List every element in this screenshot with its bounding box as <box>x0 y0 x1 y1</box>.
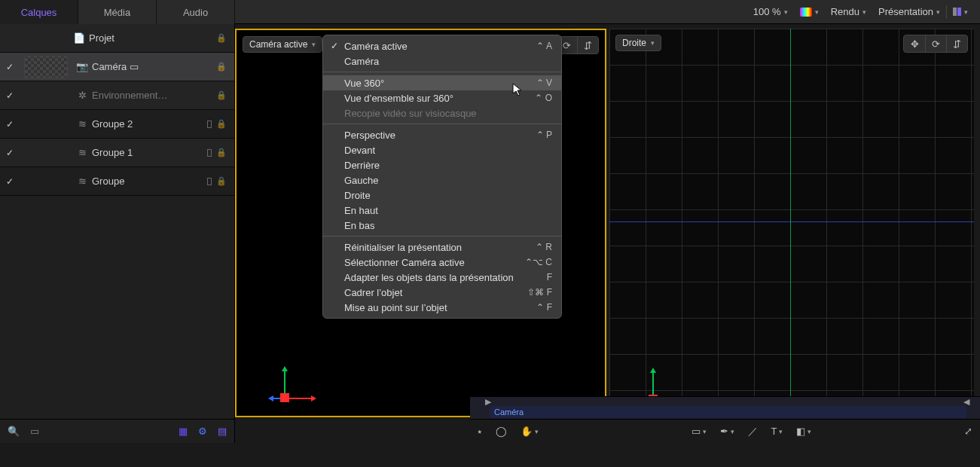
view-dropdown-label: Droite <box>622 38 646 48</box>
layer-label: Groupe 1 <box>89 147 201 158</box>
brush-tool-icon[interactable]: ／ <box>748 425 758 438</box>
orbit-tool-icon[interactable]: ⟳ <box>925 35 946 52</box>
camera-icon: 📷 <box>75 61 89 72</box>
lock-icon[interactable]: 🔒 <box>216 176 227 186</box>
hand-tool-icon[interactable]: ✋ ▾ <box>521 426 539 437</box>
visibility-checkbox[interactable]: ✓ <box>0 62 20 72</box>
visibility-checkbox[interactable]: ✓ <box>0 176 20 187</box>
timeline-start-handle[interactable]: ▶ <box>485 397 493 406</box>
axis-gizmo <box>265 363 304 402</box>
menu-item[interactable]: Vue 360°⌃ V <box>323 75 561 90</box>
gear-icon[interactable]: ⚙ <box>198 426 207 437</box>
menu-item[interactable]: Droite <box>323 188 561 203</box>
visibility-checkbox[interactable]: ✓ <box>0 119 20 130</box>
color-swatch-menu[interactable]: ▾ <box>794 0 825 24</box>
menu-item[interactable]: Vue d’ensemble sur 360°⌃ O <box>323 90 561 105</box>
presentation-menu[interactable]: Présentation ▾ <box>872 0 946 24</box>
fullscreen-icon[interactable]: ⤢ <box>964 426 972 437</box>
pen-tool-icon[interactable]: ✒ ▾ <box>720 426 734 437</box>
menu-item[interactable]: Adapter les objets dans la présentationF <box>323 270 561 285</box>
orbit-tool-icon[interactable]: ◯ <box>496 426 507 437</box>
menu-item[interactable]: Cadrer l’objet⇧⌘ F <box>323 285 561 300</box>
menu-item-label: Perspective <box>344 130 395 141</box>
viewport-right[interactable]: Droite ▾ ✥ ⟳ ⇵ <box>609 29 974 417</box>
text-tool-icon[interactable]: T ▾ <box>771 426 783 437</box>
menu-item-label: Vue d’ensemble sur 360° <box>344 93 453 104</box>
menu-item[interactable]: Mise au point sur l’objet⌃ F <box>323 300 561 315</box>
visibility-checkbox[interactable]: ✓ <box>0 90 20 101</box>
tab-calques[interactable]: Calques <box>0 0 78 24</box>
presentation-label: Présentation <box>878 6 933 17</box>
menu-item-label: Mise au point sur l’objet <box>344 302 447 313</box>
fit-icon[interactable]: ▭ <box>30 426 39 437</box>
menu-item-label: Adapter les objets dans la présentation <box>344 272 514 283</box>
timeline-clip[interactable]: Caméra <box>490 406 966 418</box>
layer-label: Projet <box>86 32 201 44</box>
dolly-tool-icon[interactable]: ⇵ <box>946 35 967 52</box>
timeline-end-handle[interactable]: ◀ <box>963 397 971 406</box>
clip-label: Caméra <box>494 407 524 417</box>
menu-item-label: Cadrer l’objet <box>344 287 402 298</box>
render-menu[interactable]: Rendu ▾ <box>825 0 872 24</box>
menu-item[interactable]: Caméra <box>323 53 561 69</box>
layout-menu[interactable]: ▾ <box>947 0 974 24</box>
panel-tabs: Calques Média Audio <box>0 0 235 23</box>
menu-item[interactable]: Caméra active⌃ A <box>323 38 561 53</box>
menu-item[interactable]: Réinitialiser la présentation⌃ R <box>323 240 561 255</box>
menu-item-label: Recopie vidéo sur visiocasque <box>344 108 477 119</box>
layer-label: Groupe 2 <box>89 118 201 130</box>
menu-item[interactable]: Devant <box>323 142 561 157</box>
menu-item[interactable]: Perspective⌃ P <box>323 127 561 142</box>
lock-icon[interactable]: 🔒 <box>216 62 227 72</box>
zoom-level[interactable]: 100 % ▾ <box>747 0 794 24</box>
layer-label: Environnement… <box>89 90 201 101</box>
menu-item-label: Sélectionner Caméra active <box>344 257 465 268</box>
chevron-down-icon: ▾ <box>312 41 316 48</box>
stack-icon[interactable]: ▤ <box>218 426 227 437</box>
camera-dropdown[interactable]: Caméra active ▾ <box>243 36 322 53</box>
viewport-grid <box>609 29 974 417</box>
tab-media[interactable]: Média <box>78 0 157 24</box>
layer-row[interactable]: 📄Projet🔒 <box>0 24 234 53</box>
menu-item[interactable]: En haut <box>323 203 561 218</box>
menu-item[interactable]: Derrière <box>323 157 561 172</box>
lock-icon[interactable]: 🔒 <box>216 90 227 100</box>
layer-label: Groupe <box>89 176 201 187</box>
lock-icon[interactable]: 🔒 <box>216 119 227 129</box>
axis-horizontal <box>609 221 974 222</box>
layer-row[interactable]: ✓✲Environnement…🔒 <box>0 81 234 110</box>
filter-badge-icon <box>207 149 212 157</box>
layer-row[interactable]: ✓≋Groupe 2🔒 <box>0 110 234 139</box>
visibility-checkbox[interactable]: ✓ <box>0 148 20 158</box>
file-icon: 📄 <box>72 32 86 44</box>
view-dropdown[interactable]: Droite ▾ <box>615 35 661 51</box>
mask-tool-icon[interactable]: ◧ ▾ <box>796 426 811 437</box>
chevron-down-icon: ▾ <box>784 8 788 16</box>
menu-item-shortcut: ⌃ V <box>536 78 552 88</box>
layers-footer: 🔍 ▭ ▦ ⚙ ▤ <box>0 419 234 443</box>
lock-icon[interactable]: 🔒 <box>216 148 227 157</box>
menu-item[interactable]: En bas <box>323 218 561 233</box>
chevron-down-icon: ▾ <box>651 39 655 47</box>
menu-item[interactable]: Sélectionner Caméra active⌃⌥ C <box>323 255 561 270</box>
lock-icon[interactable]: 🔒 <box>216 33 227 43</box>
menu-item[interactable]: Gauche <box>323 172 561 188</box>
dolly-tool-icon[interactable]: ⇵ <box>577 37 598 53</box>
menu-item-shortcut: ⌃ R <box>536 242 552 252</box>
layer-row[interactable]: ✓≋Groupe 1🔒 <box>0 139 234 167</box>
top-menu: 100 % ▾ ▾ Rendu ▾ Présentation ▾ ▾ <box>747 0 980 23</box>
select-tool-icon[interactable]: ⭑ <box>478 426 482 438</box>
tab-audio[interactable]: Audio <box>157 0 235 24</box>
grid-toggle-icon[interactable]: ▦ <box>179 426 188 437</box>
menu-item-label: Derrière <box>344 160 380 171</box>
rect-tool-icon[interactable]: ▭ ▾ <box>691 426 707 437</box>
zoom-label: 100 % <box>753 6 781 17</box>
menu-item-shortcut: ⌃ P <box>536 130 552 140</box>
mini-timeline[interactable]: ▶ ◀ Caméra <box>470 396 980 419</box>
layer-row-tail: 🔒 <box>201 148 234 157</box>
chevron-down-icon: ▾ <box>936 8 940 16</box>
search-icon[interactable]: 🔍 <box>8 426 20 437</box>
pan-tool-icon[interactable]: ✥ <box>904 35 925 52</box>
layer-row[interactable]: ✓📷Caméra ▭🔒 <box>0 53 234 81</box>
layer-row[interactable]: ✓≋Groupe🔒 <box>0 167 234 196</box>
